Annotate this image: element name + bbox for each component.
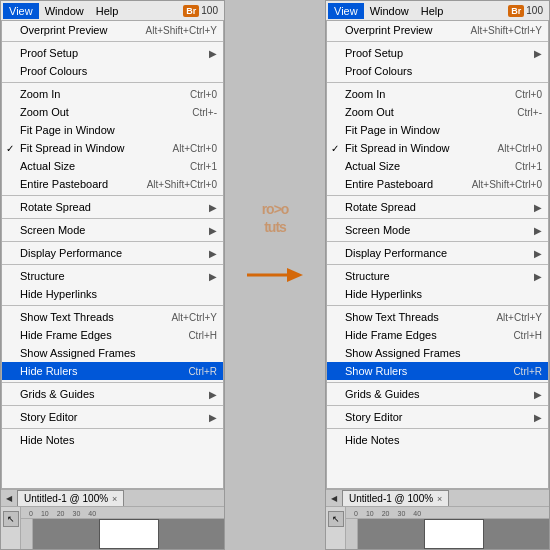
- menu-separator: [327, 82, 548, 83]
- menu-shortcut-actual: Ctrl+1: [499, 161, 542, 172]
- menu-item-story_editor[interactable]: Story Editor▶: [2, 408, 223, 426]
- submenu-arrow-proof_setup: ▶: [518, 48, 542, 59]
- submenu-arrow-grids: ▶: [193, 389, 217, 400]
- menu-item-hide_rulers[interactable]: Hide RulersCtrl+R: [2, 362, 223, 380]
- menu-item-zoom_out[interactable]: Zoom OutCtrl+-: [327, 103, 548, 121]
- menu-item-label-overprint: Overprint Preview: [345, 24, 432, 36]
- menu-shortcut-fit_spread: Alt+Ctrl+0: [157, 143, 217, 154]
- menu-item-show_rulers[interactable]: Show RulersCtrl+R: [327, 362, 548, 380]
- menu-item-show_text[interactable]: Show Text ThreadsAlt+Ctrl+Y: [2, 308, 223, 326]
- menu-item-label-display_perf: Display Performance: [20, 247, 122, 259]
- menu-item-proof_colours[interactable]: Proof Colours: [327, 62, 548, 80]
- menu-shortcut-show_text: Alt+Ctrl+Y: [480, 312, 542, 323]
- tools-col-left: ↖: [1, 507, 21, 549]
- menu-item-hide_notes[interactable]: Hide Notes: [327, 431, 548, 449]
- page-area-right: [358, 519, 549, 549]
- menu-separator: [2, 264, 223, 265]
- submenu-arrow-rotate: ▶: [518, 202, 542, 213]
- menu-item-hide_notes[interactable]: Hide Notes: [2, 431, 223, 449]
- menu-separator: [2, 428, 223, 429]
- menu-separator: [2, 305, 223, 306]
- menu-item-rotate[interactable]: Rotate Spread▶: [2, 198, 223, 216]
- menu-item-actual[interactable]: Actual SizeCtrl+1: [2, 157, 223, 175]
- menu-bar-right: View Window Help Br 100: [326, 1, 549, 21]
- help-menu-left[interactable]: Help: [90, 3, 125, 19]
- canvas-left: ↖ 0 10 20 30 40: [1, 507, 224, 549]
- menu-shortcut-show_text: Alt+Ctrl+Y: [155, 312, 217, 323]
- menu-item-label-structure: Structure: [20, 270, 65, 282]
- menu-item-hide_frame[interactable]: Hide Frame EdgesCtrl+H: [2, 326, 223, 344]
- menu-item-label-show_text: Show Text Threads: [20, 311, 114, 323]
- tab-right[interactable]: Untitled-1 @ 100% ×: [342, 490, 449, 506]
- menu-item-hide_hyper[interactable]: Hide Hyperlinks: [327, 285, 548, 303]
- watermark: ro>o tuts: [262, 200, 289, 236]
- menu-item-zoom_in[interactable]: Zoom InCtrl+0: [2, 85, 223, 103]
- menu-item-grids[interactable]: Grids & Guides▶: [327, 385, 548, 403]
- menu-item-fit_spread[interactable]: Fit Spread in WindowAlt+Ctrl+0: [327, 139, 548, 157]
- submenu-arrow-structure: ▶: [518, 271, 542, 282]
- menu-item-story_editor[interactable]: Story Editor▶: [327, 408, 548, 426]
- menu-item-label-fit_page: Fit Page in Window: [20, 124, 115, 136]
- menu-item-rotate[interactable]: Rotate Spread▶: [327, 198, 548, 216]
- menu-item-overprint[interactable]: Overprint PreviewAlt+Shift+Ctrl+Y: [327, 21, 548, 39]
- menu-item-actual[interactable]: Actual SizeCtrl+1: [327, 157, 548, 175]
- ruler-v-left: [21, 519, 33, 549]
- submenu-arrow-rotate: ▶: [193, 202, 217, 213]
- menu-separator: [2, 195, 223, 196]
- tab-close-left[interactable]: ×: [112, 494, 117, 504]
- status-bar-left: ◀ Untitled-1 @ 100% × ↖ 0 10 20 30 40: [1, 489, 224, 549]
- menu-item-zoom_in[interactable]: Zoom InCtrl+0: [327, 85, 548, 103]
- canvas-right: ↖ 0 10 20 30 40: [326, 507, 549, 549]
- menu-item-zoom_out[interactable]: Zoom OutCtrl+-: [2, 103, 223, 121]
- tool-select-right[interactable]: ↖: [328, 511, 344, 527]
- menu-item-fit_page[interactable]: Fit Page in Window: [2, 121, 223, 139]
- menu-item-structure[interactable]: Structure▶: [2, 267, 223, 285]
- dropdown-right: Overprint PreviewAlt+Shift+Ctrl+YProof S…: [326, 21, 549, 489]
- menu-item-label-zoom_out: Zoom Out: [345, 106, 394, 118]
- tool-select-left[interactable]: ↖: [3, 511, 19, 527]
- menu-item-proof_setup[interactable]: Proof Setup▶: [2, 44, 223, 62]
- menu-item-pasteboard[interactable]: Entire PasteboardAlt+Shift+Ctrl+0: [327, 175, 548, 193]
- menu-item-label-hide_hyper: Hide Hyperlinks: [345, 288, 422, 300]
- menu-item-label-proof_colours: Proof Colours: [20, 65, 87, 77]
- menu-bar-left: View Window Help Br 100: [1, 1, 224, 21]
- menu-item-overprint[interactable]: Overprint PreviewAlt+Shift+Ctrl+Y: [2, 21, 223, 39]
- menu-item-display_perf[interactable]: Display Performance▶: [2, 244, 223, 262]
- menu-item-hide_frame[interactable]: Hide Frame EdgesCtrl+H: [327, 326, 548, 344]
- menu-item-screen_mode[interactable]: Screen Mode▶: [327, 221, 548, 239]
- tab-triangle-right: ◀: [328, 492, 340, 504]
- menu-item-show_text[interactable]: Show Text ThreadsAlt+Ctrl+Y: [327, 308, 548, 326]
- menu-item-proof_setup[interactable]: Proof Setup▶: [327, 44, 548, 62]
- menu-item-label-hide_notes: Hide Notes: [345, 434, 399, 446]
- menu-shortcut-actual: Ctrl+1: [174, 161, 217, 172]
- submenu-arrow-screen_mode: ▶: [518, 225, 542, 236]
- menu-item-label-zoom_in: Zoom In: [345, 88, 385, 100]
- menu-shortcut-zoom_in: Ctrl+0: [174, 89, 217, 100]
- menu-item-pasteboard[interactable]: Entire PasteboardAlt+Shift+Ctrl+0: [2, 175, 223, 193]
- tab-left[interactable]: Untitled-1 @ 100% ×: [17, 490, 124, 506]
- view-menu-right[interactable]: View: [328, 3, 364, 19]
- window-menu-left[interactable]: Window: [39, 3, 90, 19]
- menu-item-fit_page[interactable]: Fit Page in Window: [327, 121, 548, 139]
- menu-separator: [2, 241, 223, 242]
- menu-item-show_frames[interactable]: Show Assigned Frames: [327, 344, 548, 362]
- left-panel: View Window Help Br 100 Overprint Previe…: [0, 0, 225, 550]
- menu-item-label-pasteboard: Entire Pasteboard: [20, 178, 108, 190]
- menu-item-proof_colours[interactable]: Proof Colours: [2, 62, 223, 80]
- view-menu-left[interactable]: View: [3, 3, 39, 19]
- menu-item-grids[interactable]: Grids & Guides▶: [2, 385, 223, 403]
- menu-item-show_frames[interactable]: Show Assigned Frames: [2, 344, 223, 362]
- menu-shortcut-hide_rulers: Ctrl+R: [172, 366, 217, 377]
- help-menu-right[interactable]: Help: [415, 3, 450, 19]
- submenu-arrow-story_editor: ▶: [193, 412, 217, 423]
- menu-item-fit_spread[interactable]: Fit Spread in WindowAlt+Ctrl+0: [2, 139, 223, 157]
- tab-close-right[interactable]: ×: [437, 494, 442, 504]
- menu-item-label-hide_rulers: Hide Rulers: [20, 365, 77, 377]
- page-area-left: [33, 519, 224, 549]
- menu-item-display_perf[interactable]: Display Performance▶: [327, 244, 548, 262]
- submenu-arrow-grids: ▶: [518, 389, 542, 400]
- window-menu-right[interactable]: Window: [364, 3, 415, 19]
- menu-item-structure[interactable]: Structure▶: [327, 267, 548, 285]
- menu-item-hide_hyper[interactable]: Hide Hyperlinks: [2, 285, 223, 303]
- menu-item-screen_mode[interactable]: Screen Mode▶: [2, 221, 223, 239]
